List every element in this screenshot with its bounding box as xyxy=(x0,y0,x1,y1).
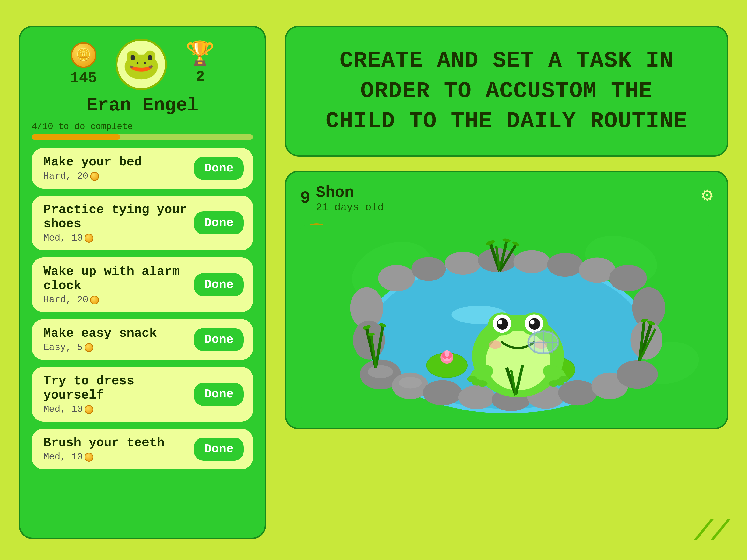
message-box: CREATE AND SET A TASK INORDER TO ACCUSTO… xyxy=(285,26,728,157)
task-coin-icon xyxy=(84,405,93,414)
left-panel: 🪙 145 🐸 🏆 2 Eran Engel 4/10 to do comple… xyxy=(19,26,266,539)
task-info: Wake up with alarm clock Hard, 20 xyxy=(44,264,194,305)
svg-point-18 xyxy=(445,252,481,275)
trophy-count: 2 xyxy=(196,69,205,85)
task-item: Brush your teeth Med, 10 Done xyxy=(32,429,253,469)
done-button[interactable]: Done xyxy=(194,273,244,296)
task-coin-icon xyxy=(90,296,99,304)
progress-label: 4/10 to do complete xyxy=(32,122,253,132)
task-meta: Hard, 20 xyxy=(44,295,194,305)
scene-header: 9 Shon 21 days old ⚙️ xyxy=(300,184,713,213)
svg-point-15 xyxy=(617,360,658,389)
svg-point-28 xyxy=(368,365,393,378)
task-list: Make your bed Hard, 20 Done Practice tyi… xyxy=(32,148,253,469)
svg-point-68 xyxy=(497,318,508,330)
pond-scene xyxy=(300,218,713,416)
task-coin-icon xyxy=(84,234,93,243)
double-slash: // xyxy=(691,518,732,546)
task-meta: Med, 10 xyxy=(44,404,194,415)
task-info: Try to dress yourself Med, 10 xyxy=(44,374,194,415)
task-info: Brush your teeth Med, 10 xyxy=(44,436,164,462)
done-button[interactable]: Done xyxy=(194,383,244,406)
svg-point-82 xyxy=(548,380,559,387)
task-info: Make your bed Hard, 20 xyxy=(44,155,142,182)
svg-point-17 xyxy=(411,257,446,281)
coin-container: 🪙 145 xyxy=(70,42,97,86)
svg-point-9 xyxy=(423,380,462,405)
task-item: Practice tying your shoes Med, 10 Done xyxy=(32,195,253,250)
svg-point-79 xyxy=(478,380,487,387)
scene-child-number: 9 xyxy=(300,189,310,208)
svg-point-10 xyxy=(459,385,495,409)
done-button[interactable]: Done xyxy=(194,328,244,351)
progress-bar-container: 4/10 to do complete xyxy=(32,122,253,139)
svg-point-16 xyxy=(378,265,415,291)
svg-point-21 xyxy=(547,253,583,277)
task-coin-icon xyxy=(84,343,93,352)
task-item: Make easy snack Easy, 5 Done xyxy=(32,319,253,360)
task-item: Try to dress yourself Med, 10 Done xyxy=(32,367,253,422)
scene-child-info: 9 Shon 21 days old xyxy=(300,184,384,213)
progress-bar-fill xyxy=(32,134,120,139)
done-button[interactable]: Done xyxy=(194,437,244,461)
task-title: Make your bed xyxy=(44,155,142,169)
coin-icon: 🪙 xyxy=(71,42,96,68)
svg-point-71 xyxy=(529,318,540,330)
profile-header: 🪙 145 🐸 🏆 2 xyxy=(32,39,253,90)
task-title: Wake up with alarm clock xyxy=(44,264,194,293)
svg-point-20 xyxy=(513,250,550,273)
svg-point-29 xyxy=(399,377,421,388)
svg-point-69 xyxy=(498,320,503,325)
task-title: Try to dress yourself xyxy=(44,374,194,402)
profile-name: Eran Engel xyxy=(86,95,199,116)
task-meta: Med, 10 xyxy=(44,452,164,462)
trophy-icon: 🏆 xyxy=(186,44,215,67)
scene-child-name-block: Shon 21 days old xyxy=(316,184,384,213)
avatar-emoji: 🐸 xyxy=(122,46,160,83)
task-title: Practice tying your shoes xyxy=(44,203,194,231)
task-info: Make easy snack Easy, 5 xyxy=(44,326,157,353)
svg-point-73 xyxy=(489,341,501,349)
pond-svg xyxy=(300,218,713,416)
task-item: Make your bed Hard, 20 Done xyxy=(32,148,253,189)
progress-bar-bg xyxy=(32,134,253,139)
task-coin-icon xyxy=(84,453,93,461)
main-layout: 🪙 145 🐸 🏆 2 Eran Engel 4/10 to do comple… xyxy=(0,0,747,560)
frog-scene-box: 9 Shon 21 days old ⚙️ 🥕 ❤️ 🧀 ! xyxy=(285,170,728,429)
coin-count: 145 xyxy=(70,70,97,86)
done-button[interactable]: Done xyxy=(194,157,244,180)
svg-point-23 xyxy=(609,265,647,291)
task-meta: Hard, 20 xyxy=(44,171,142,182)
scene-child-name: Shon xyxy=(316,184,384,202)
task-title: Make easy snack xyxy=(44,326,157,341)
task-title: Brush your teeth xyxy=(44,436,164,450)
task-info: Practice tying your shoes Med, 10 xyxy=(44,203,194,243)
right-column: CREATE AND SET A TASK INORDER TO ACCUSTO… xyxy=(285,26,728,429)
task-item: Wake up with alarm clock Hard, 20 Done xyxy=(32,257,253,312)
avatar: 🐸 xyxy=(115,39,167,90)
svg-point-13 xyxy=(558,380,597,405)
scene-child-age: 21 days old xyxy=(316,202,384,213)
task-meta: Easy, 5 xyxy=(44,342,157,353)
svg-point-72 xyxy=(530,320,535,325)
svg-point-55 xyxy=(445,350,449,356)
message-text: CREATE AND SET A TASK INORDER TO ACCUSTO… xyxy=(326,46,688,136)
task-meta: Med, 10 xyxy=(44,233,194,243)
done-button[interactable]: Done xyxy=(194,211,244,235)
trophy-container: 🏆 2 xyxy=(186,44,215,85)
gear-icon[interactable]: ⚙️ xyxy=(702,184,713,207)
task-coin-icon xyxy=(90,172,99,181)
